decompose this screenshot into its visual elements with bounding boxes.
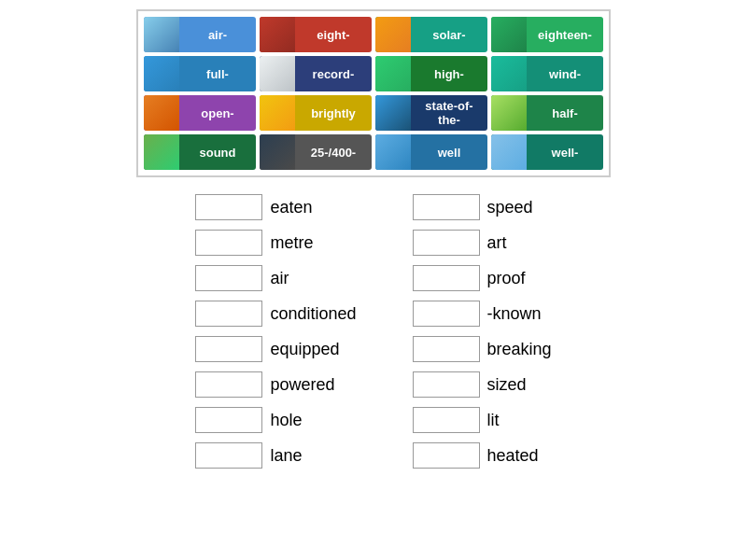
- tile-eighteen[interactable]: eighteen-: [491, 17, 603, 52]
- right-word-7: heated: [487, 446, 539, 466]
- left-word-5: powered: [270, 375, 334, 395]
- tiles-grid: air-eight-solar-eighteen-full-record-hig…: [136, 9, 611, 177]
- right-answer-row-7: heated: [413, 442, 552, 469]
- left-input-box-5[interactable]: [195, 371, 262, 398]
- tile-25[interactable]: 25-/400-: [260, 134, 372, 170]
- right-input-box-2[interactable]: [413, 265, 480, 291]
- tile-label-half: half-: [527, 106, 603, 120]
- tile-wind[interactable]: wind-: [491, 56, 603, 91]
- left-answer-column: eatenmetreairconditionedequippedpoweredh…: [195, 194, 356, 469]
- tile-image-sound: [144, 134, 179, 170]
- tile-label-solar: solar-: [411, 28, 487, 42]
- right-word-3: -known: [487, 304, 542, 324]
- tile-label-wind: wind-: [527, 67, 603, 81]
- left-word-7: lane: [270, 446, 302, 466]
- left-input-box-4[interactable]: [195, 336, 262, 362]
- tile-high[interactable]: high-: [375, 56, 487, 91]
- right-input-box-4[interactable]: [413, 336, 480, 362]
- tile-brightly[interactable]: brightly: [260, 95, 372, 131]
- right-input-box-7[interactable]: [413, 442, 480, 469]
- right-answer-row-1: art: [413, 230, 552, 256]
- tile-image-half: [491, 95, 527, 131]
- left-answer-row-4: equipped: [195, 336, 356, 362]
- right-answer-row-6: lit: [413, 407, 552, 433]
- tile-image-state: [375, 95, 411, 131]
- left-input-box-2[interactable]: [195, 265, 262, 291]
- tile-label-eighteen: eighteen-: [527, 28, 603, 42]
- tile-record[interactable]: record-: [260, 56, 372, 91]
- right-input-box-3[interactable]: [413, 301, 480, 327]
- tile-full[interactable]: full-: [144, 56, 256, 91]
- tile-image-solar: [375, 17, 411, 52]
- right-word-0: speed: [487, 198, 533, 217]
- left-word-1: metre: [270, 233, 313, 253]
- tile-label-sound: sound: [179, 146, 256, 160]
- tile-label-open: open-: [179, 106, 256, 120]
- tile-image-25: [260, 134, 295, 170]
- right-input-box-5[interactable]: [413, 371, 480, 398]
- right-answer-row-4: breaking: [413, 336, 552, 362]
- left-answer-row-6: hole: [195, 407, 356, 433]
- tile-well2[interactable]: well-: [491, 134, 603, 170]
- tile-eight[interactable]: eight-: [260, 17, 372, 52]
- tile-well[interactable]: well: [375, 134, 487, 170]
- right-word-1: art: [487, 233, 507, 253]
- tile-sound[interactable]: sound: [144, 134, 256, 170]
- right-word-4: breaking: [487, 340, 552, 359]
- tile-label-state: state-of-the-: [411, 99, 487, 127]
- right-word-2: proof: [487, 269, 526, 288]
- left-input-box-3[interactable]: [195, 301, 262, 327]
- right-word-5: sized: [487, 375, 527, 395]
- tile-solar[interactable]: solar-: [375, 17, 487, 52]
- right-input-box-0[interactable]: [413, 194, 480, 220]
- left-answer-row-0: eaten: [195, 194, 356, 220]
- tile-label-brightly: brightly: [295, 106, 372, 120]
- right-answer-column: speedartproof-knownbreakingsizedlitheate…: [413, 194, 552, 469]
- tile-half[interactable]: half-: [491, 95, 603, 131]
- left-word-0: eaten: [270, 198, 312, 217]
- right-word-6: lit: [487, 411, 500, 430]
- left-answer-row-7: lane: [195, 442, 356, 469]
- tile-label-well: well: [411, 146, 487, 160]
- tile-image-eight: [260, 17, 295, 52]
- left-input-box-6[interactable]: [195, 407, 262, 433]
- tile-air[interactable]: air-: [144, 17, 256, 52]
- left-input-box-7[interactable]: [195, 442, 262, 469]
- tile-image-record: [260, 56, 295, 91]
- left-answer-row-5: powered: [195, 371, 356, 398]
- answer-section: eatenmetreairconditionedequippedpoweredh…: [9, 194, 738, 469]
- tile-image-well2: [491, 134, 527, 170]
- right-input-box-6[interactable]: [413, 407, 480, 433]
- left-input-box-0[interactable]: [195, 194, 262, 220]
- tile-image-brightly: [260, 95, 295, 131]
- tile-image-air: [144, 17, 179, 52]
- left-answer-row-1: metre: [195, 230, 356, 256]
- right-answer-row-2: proof: [413, 265, 552, 291]
- tile-open[interactable]: open-: [144, 95, 256, 131]
- left-input-box-1[interactable]: [195, 230, 262, 256]
- tile-state[interactable]: state-of-the-: [375, 95, 487, 131]
- tile-label-record: record-: [295, 67, 372, 81]
- right-answer-row-3: -known: [413, 301, 552, 327]
- tile-image-open: [144, 95, 179, 131]
- tile-image-full: [144, 56, 179, 91]
- tile-image-eighteen: [491, 17, 527, 52]
- tile-image-well: [375, 134, 411, 170]
- tile-label-25: 25-/400-: [295, 146, 372, 160]
- word-tiles-section: air-eight-solar-eighteen-full-record-hig…: [9, 9, 738, 177]
- left-word-2: air: [270, 269, 289, 288]
- tile-label-full: full-: [179, 67, 256, 81]
- tile-label-well2: well-: [527, 146, 603, 160]
- tile-label-air: air-: [179, 28, 256, 42]
- tile-label-high: high-: [411, 67, 487, 81]
- right-answer-row-5: sized: [413, 371, 552, 398]
- right-answer-row-0: speed: [413, 194, 552, 220]
- tile-image-wind: [491, 56, 527, 91]
- left-word-4: equipped: [270, 340, 339, 359]
- left-word-6: hole: [270, 411, 302, 430]
- left-answer-row-2: air: [195, 265, 356, 291]
- tile-image-high: [375, 56, 411, 91]
- right-input-box-1[interactable]: [413, 230, 480, 256]
- tile-label-eight: eight-: [295, 28, 372, 42]
- left-answer-row-3: conditioned: [195, 301, 356, 327]
